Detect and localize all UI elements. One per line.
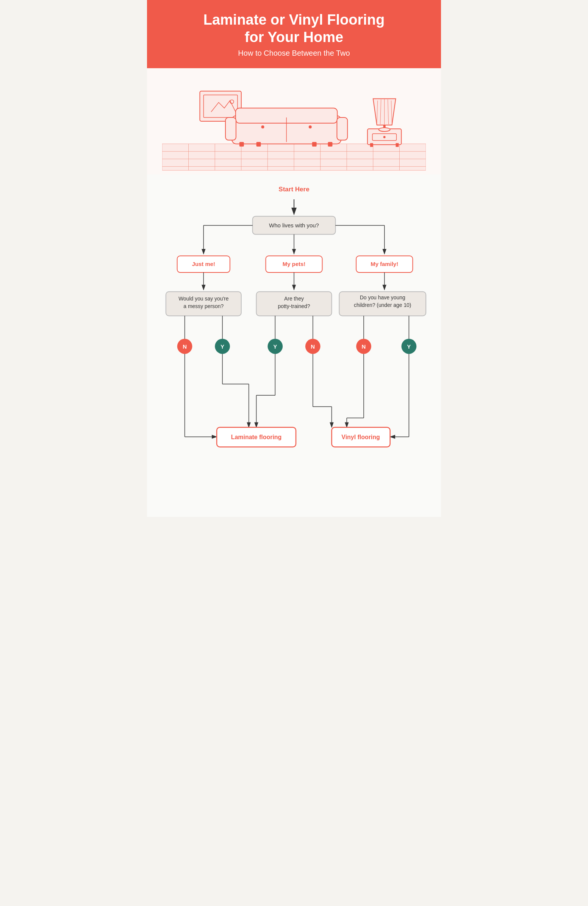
svg-text:Y: Y — [220, 344, 224, 350]
svg-text:Y: Y — [273, 344, 277, 350]
svg-text:Laminate flooring: Laminate flooring — [231, 434, 282, 440]
svg-text:N: N — [362, 344, 366, 350]
svg-text:N: N — [311, 344, 315, 350]
svg-text:Vinyl flooring: Vinyl flooring — [341, 434, 379, 440]
svg-rect-21 — [225, 118, 236, 140]
svg-text:children? (under age 10): children? (under age 10) — [354, 302, 411, 308]
svg-text:Do you have young: Do you have young — [360, 294, 405, 300]
svg-text:My family!: My family! — [371, 261, 398, 267]
hero-illustration — [147, 68, 441, 174]
svg-rect-26 — [312, 142, 317, 147]
start-label: Start Here — [155, 186, 433, 193]
svg-text:Y: Y — [407, 344, 411, 350]
svg-rect-22 — [337, 118, 347, 140]
svg-text:potty-trained?: potty-trained? — [278, 303, 310, 309]
svg-rect-24 — [328, 142, 332, 147]
svg-text:Just me!: Just me! — [192, 261, 215, 267]
svg-text:My pets!: My pets! — [283, 261, 305, 267]
svg-point-39 — [379, 128, 390, 131]
svg-rect-30 — [370, 143, 373, 147]
svg-text:Would you say you're: Would you say you're — [178, 295, 229, 301]
svg-text:a messy person?: a messy person? — [183, 303, 223, 309]
header-section: Laminate or Vinyl Flooringfor Your Home … — [147, 0, 441, 68]
flowchart-diagram: Who lives with you? Just me! My pets! My… — [155, 195, 433, 498]
svg-point-29 — [383, 136, 386, 138]
svg-text:Who lives with you?: Who lives with you? — [269, 222, 319, 228]
svg-rect-31 — [395, 143, 398, 147]
svg-point-19 — [261, 125, 264, 128]
svg-point-20 — [309, 125, 312, 128]
svg-rect-23 — [239, 142, 244, 147]
page-subtitle: How to Choose Between the Two — [162, 49, 426, 57]
svg-text:N: N — [183, 344, 187, 350]
svg-rect-25 — [257, 142, 261, 147]
svg-text:Are they: Are they — [284, 295, 304, 301]
page-title: Laminate or Vinyl Flooringfor Your Home — [162, 11, 426, 46]
flowchart-section: Start Here Who lives with you? — [147, 174, 441, 517]
svg-rect-14 — [204, 95, 237, 118]
